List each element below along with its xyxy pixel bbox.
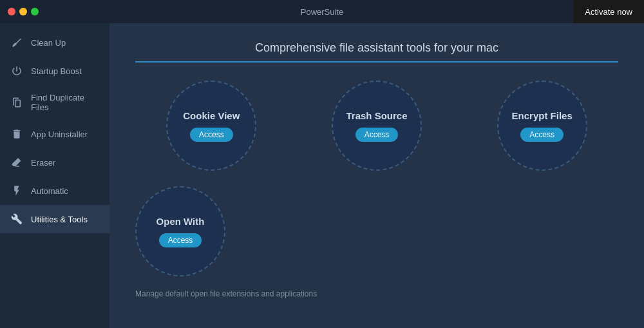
sidebar-item-automatic[interactable]: Automatic — [0, 177, 109, 205]
sidebar-item-app-uninstaller[interactable]: App Uninstaller — [0, 120, 109, 148]
content-title: Comprehensive file assistant tools for y… — [135, 41, 618, 55]
sidebar-label-utilities-tools: Utilities & Tools — [31, 215, 88, 224]
tool-name-trash-source: Trash Source — [346, 110, 407, 121]
window-controls — [8, 8, 39, 15]
tool-wrapper-open-with: Open With Access — [135, 186, 225, 276]
sidebar-item-startup-boost[interactable]: Startup Boost — [0, 57, 109, 85]
sidebar-item-eraser[interactable]: Eraser — [0, 148, 109, 177]
tool-circle-cookie-view[interactable]: Cookie View Access — [166, 81, 256, 171]
access-button-open-with[interactable]: Access — [159, 233, 202, 247]
minimize-dot[interactable] — [19, 8, 27, 15]
main-layout: Clean Up Startup Boost Find Duplicate Fi… — [0, 23, 644, 328]
titlebar: PowerSuite Activate now — [0, 0, 644, 23]
tool-wrapper-encrypt-files: Encrypt Files Access — [466, 81, 618, 171]
tool-name-cookie-view: Cookie View — [183, 110, 240, 121]
tool-circle-trash-source[interactable]: Trash Source Access — [332, 81, 422, 171]
sidebar-item-find-duplicates[interactable]: Find Duplicate Files — [0, 85, 109, 120]
sidebar-label-eraser: Eraser — [31, 158, 55, 168]
tools-icon — [10, 213, 23, 226]
broom-icon — [10, 36, 23, 49]
eraser-icon — [10, 156, 23, 169]
sidebar-label-startup-boost: Startup Boost — [31, 66, 82, 76]
bolt-icon — [10, 184, 23, 197]
duplicate-icon — [10, 96, 23, 109]
tool-name-open-with: Open With — [156, 216, 205, 227]
sidebar-item-utilities-tools[interactable]: Utilities & Tools — [0, 205, 109, 233]
activate-button[interactable]: Activate now — [573, 0, 644, 23]
content-footer: Manage default open file extensions and … — [135, 289, 618, 298]
content-area: Comprehensive file assistant tools for y… — [109, 23, 644, 328]
tool-circle-encrypt-files[interactable]: Encrypt Files Access — [497, 81, 587, 171]
tools-row2: Open With Access — [135, 186, 618, 276]
sidebar-label-find-duplicates: Find Duplicate Files — [31, 93, 99, 112]
tool-circle-open-with[interactable]: Open With Access — [135, 186, 225, 276]
sidebar-label-clean-up: Clean Up — [31, 38, 66, 48]
sidebar: Clean Up Startup Boost Find Duplicate Fi… — [0, 23, 109, 328]
tool-name-encrypt-files: Encrypt Files — [512, 110, 573, 121]
app-title: PowerSuite — [301, 7, 343, 17]
tool-wrapper-cookie-view: Cookie View Access — [135, 81, 288, 171]
tools-grid: Cookie View Access Trash Source Access E… — [135, 81, 618, 171]
close-dot[interactable] — [8, 8, 15, 15]
maximize-dot[interactable] — [31, 8, 39, 15]
sidebar-item-clean-up[interactable]: Clean Up — [0, 28, 109, 57]
access-button-trash-source[interactable]: Access — [355, 128, 399, 142]
sidebar-label-app-uninstaller: App Uninstaller — [31, 130, 88, 139]
trash-icon — [10, 128, 23, 140]
power-icon — [10, 64, 23, 77]
content-divider — [135, 61, 618, 63]
access-button-cookie-view[interactable]: Access — [190, 128, 233, 142]
access-button-encrypt-files[interactable]: Access — [520, 128, 564, 142]
sidebar-label-automatic: Automatic — [31, 186, 68, 196]
tool-wrapper-trash-source: Trash Source Access — [301, 81, 453, 171]
